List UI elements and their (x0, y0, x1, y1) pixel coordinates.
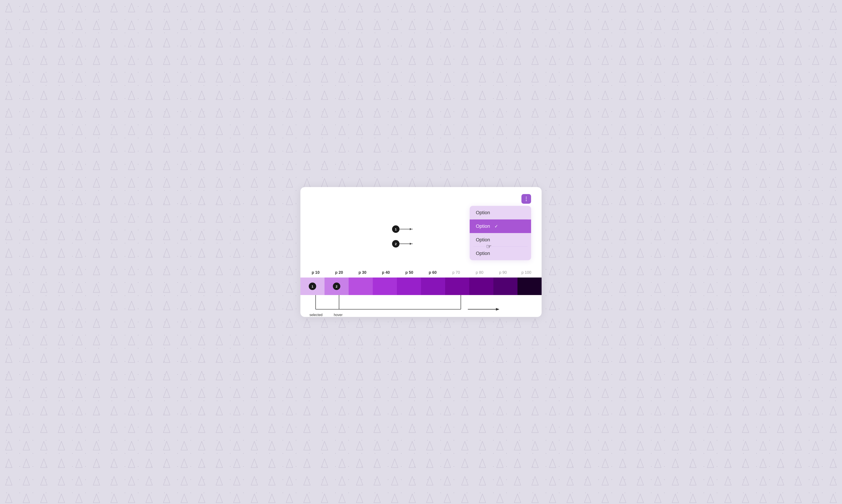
more-dots-icon (526, 197, 527, 201)
bracket-area: selected hover (304, 295, 538, 317)
menu-item-4-label: Option (476, 251, 490, 256)
bar-badge-1-circle: 1 (309, 283, 316, 290)
hover-label: hover (334, 313, 343, 317)
scale-label-p60: p 60 (421, 270, 445, 275)
scale-label-p50: p 50 (397, 270, 421, 275)
annotation-badge-1: 1 (392, 226, 413, 233)
scale-label-p30: p 30 (351, 270, 374, 275)
main-card: 1 2 Option Option ✓ Option (300, 187, 542, 317)
menu-item-1[interactable]: Option (470, 206, 531, 219)
scale-label-p40: p 40 (374, 270, 397, 275)
scale-label-p100: p 100 (515, 270, 538, 275)
color-scale-container: 1 2 (300, 277, 542, 295)
bar-badge-2-circle: 2 (333, 283, 340, 290)
scale-label-p80: p 80 (468, 270, 492, 275)
scale-label-p10: p 10 (304, 270, 327, 275)
menu-item-3-label: Option (476, 237, 490, 243)
scale-label-p90: p 90 (491, 270, 515, 275)
swatch-7 (445, 277, 469, 295)
swatch-8 (469, 277, 493, 295)
menu-item-3[interactable]: Option (470, 233, 531, 247)
bottom-section: p 10 p 20 p 30 p 40 p 50 p 60 p 70 p 80 … (300, 270, 542, 317)
cursor-icon: ☞ (486, 243, 492, 250)
swatch-6 (421, 277, 445, 295)
badge-1: 1 (392, 226, 399, 233)
menu-item-1-label: Option (476, 210, 490, 216)
swatch-4 (373, 277, 397, 295)
check-icon: ✓ (495, 223, 498, 229)
menu-item-4[interactable]: Option (470, 247, 531, 260)
menu-item-2-label: Option (476, 223, 490, 229)
swatch-3 (349, 277, 373, 295)
menu-item-2[interactable]: Option ✓ (470, 219, 531, 233)
badge-2: 2 (392, 240, 399, 248)
bar-badge-1: 1 (309, 283, 316, 290)
dropdown-menu: Option Option ✓ Option Option (470, 206, 531, 260)
top-section: 1 2 Option Option ✓ Option (300, 187, 542, 270)
more-button[interactable] (521, 194, 531, 204)
selected-label: selected (309, 313, 323, 317)
scale-labels: p 10 p 20 p 30 p 40 p 50 p 60 p 70 p 80 … (304, 270, 538, 277)
swatch-10 (517, 277, 542, 295)
bar-badge-2: 2 (333, 283, 340, 290)
arrow-line-2 (399, 244, 413, 244)
scale-label-p70: p 70 (445, 270, 468, 275)
swatch-5 (397, 277, 421, 295)
annotation-badge-2: 2 (392, 240, 413, 248)
svg-marker-5 (496, 308, 499, 311)
swatch-9 (493, 277, 517, 295)
scale-label-p20: p 20 (327, 270, 351, 275)
arrow-line-1 (399, 229, 413, 229)
